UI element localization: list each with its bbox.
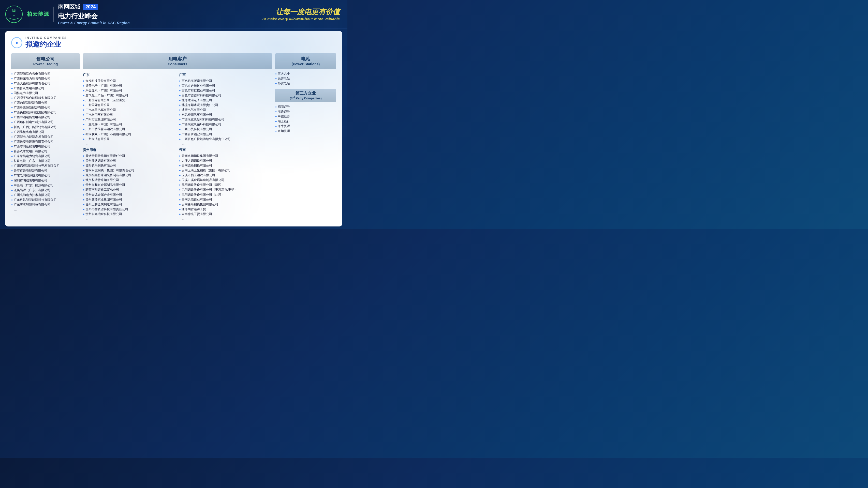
list-item: 云南穆光工贸有限公司 xyxy=(179,212,272,216)
svg-text:Y: Y xyxy=(13,14,15,18)
list-item: 云南永钢钢铁集团有限公司 xyxy=(179,153,272,158)
list-item: 广西瑞亿新电气科技有限公司 xyxy=(11,120,80,125)
list-item: 首钢水城钢铁（集团）有限责任公司 xyxy=(83,168,176,173)
list-item: 广西灏宇综合能源服务有限公司 xyxy=(11,95,80,100)
list-item: 广西埃索凯新材料科技有限公司 xyxy=(179,117,272,122)
col-stations: 电站 (Power Stations) 五大六小民营电站外资电站 第三方企业 (… xyxy=(275,53,336,133)
list-item: 海通证券 xyxy=(275,109,336,114)
header-subtitle-en: Power & Energy Summit in CSG Region xyxy=(58,21,130,25)
list-item: 广西春凯源新能源有限公司 xyxy=(11,105,80,110)
header-subtitle-cn: 电力行业峰会 xyxy=(58,12,130,21)
list-item: 广西华网达能售电有限公司 xyxy=(11,144,80,149)
header-year-badge: 2024 xyxy=(83,4,98,10)
list-item: 大理大钢钢铁有限公司 xyxy=(179,158,272,163)
section-icon: ● xyxy=(11,37,22,48)
list-item: 贵州岑祥资源科技有限责任公司 xyxy=(83,207,176,212)
list-item: 贵州金龙金属合金有限公司 xyxy=(83,192,176,197)
col-trading: 售电公司 Power Trading 广西能源联合售电有限公司广西桂东电力销售有… xyxy=(11,53,80,212)
list-item: 乐金显示（广州）有限公司 xyxy=(83,88,176,93)
section-label-en: INVITING COMPANIES xyxy=(25,36,67,40)
header-region: 南网区域 xyxy=(58,3,81,11)
list-item: 广西百色广投银海铝业有限责任公司 xyxy=(179,136,272,141)
list-item: 贵州三和金属制造有限公司 xyxy=(83,202,176,207)
list-item: 广西能源联合售电有限公司 xyxy=(11,71,80,76)
consumers-col-left: 广东 金发科技股份有限公司捷普电子（广州）有限公司乐金显示（广州）有限公司空气化… xyxy=(83,71,176,221)
consumers-inner: 广东 金发科技股份有限公司捷普电子（广州）有限公司乐金显示（广州）有限公司空气化… xyxy=(83,71,272,221)
stations-header-en: (Power Stations) xyxy=(277,62,334,66)
list-item: 新会双水发电厂有限公司 xyxy=(11,149,80,154)
third-party-header-en: (3rd Party Companies) xyxy=(277,96,335,100)
list-item: 贵州闻达钢铁有限公司 xyxy=(83,158,176,163)
trading-header-en: Power Trading xyxy=(13,62,78,66)
header-slogan-cn: 让每一度电更有价值 xyxy=(262,7,340,17)
header-divider xyxy=(53,7,54,22)
main-card: ● INVITING COMPANIES 拟邀约企业 售电公司 Power Tr… xyxy=(5,31,342,226)
list-item: 广汽本田汽车有限公司 xyxy=(83,107,176,112)
list-item: 昆明钢铁股份有限公司（玉溪新兴/玉钢） xyxy=(179,187,272,192)
list-item: 云南天高镍业有限公司 xyxy=(179,197,272,202)
list-item: ... xyxy=(83,217,176,221)
list-item: 新奥（广西）能源销售有限公司 xyxy=(11,125,80,129)
list-item: ... xyxy=(83,141,176,146)
list-item: 北流海螺水泥有限责任公司 xyxy=(179,102,272,107)
region-yunnan: 云南 xyxy=(179,148,272,152)
consumers-col-header: 用电客户 Consumers xyxy=(83,53,272,69)
header-left: B Y 柏云能源 南网区域 2024 电力行业峰会 Power & Energy… xyxy=(5,3,130,25)
list-item: 玉溪汇溪金属铸造制品有限公司 xyxy=(179,178,272,183)
list-item: 广州宝洁有限公司 xyxy=(83,136,176,141)
trading-header-cn: 售电公司 xyxy=(13,56,78,62)
list-item: 广西央控能源科技集团有限公司 xyxy=(11,110,80,115)
list-item: 泛美能源（广东）有限公司 xyxy=(11,188,80,192)
guizhou-list: 首钢贵阳特殊钢有限责任公司贵州闻达钢铁有限公司贵阳长乐钢铁有限公司首钢水城钢铁（… xyxy=(83,153,176,221)
list-item: 云浮市云电能源有限公司 xyxy=(11,168,80,173)
list-item: 百色市必晟矿业有限公司 xyxy=(179,83,272,88)
list-item: 广西新电力能源发展有限公司 xyxy=(11,134,80,139)
stations-col-header: 电站 (Power Stations) xyxy=(275,53,336,69)
list-item: 日立电梯（中国）有限公司 xyxy=(83,122,176,127)
list-item: 广西巴莫科技有限公司 xyxy=(179,127,272,132)
list-item: 广东奕实智慧科技有限公司 xyxy=(11,202,80,207)
list-item: 广西大任能源有限责任公司 xyxy=(11,81,80,86)
svg-text:B: B xyxy=(12,8,16,13)
guangxi-list: 百色皓海碳素有限公司百色市必晟矿业有限公司百色市彩虹铝业有限公司百色市德德材料科… xyxy=(179,78,272,146)
list-item: 五大六小 xyxy=(275,71,336,76)
list-item: 广西埃索凯循环科技有限公司 xyxy=(179,122,272,127)
list-item: 东风柳州汽车有限公司 xyxy=(179,112,272,117)
list-item: 空气化工产品（广州）有限公司 xyxy=(83,93,176,98)
list-item: 广东肇能电力销售有限公司 xyxy=(11,154,80,159)
list-item: 广西普沃售电有限公司 xyxy=(11,86,80,91)
consumers-header-cn: 用电客户 xyxy=(85,56,270,62)
list-item: 黔西南州聚鑫工贸总公司 xyxy=(83,187,176,192)
list-item: 广西送变电建设有限责任公司 xyxy=(11,139,80,144)
list-item: 外资电站 xyxy=(275,81,336,86)
logo-text: 柏云能源 xyxy=(27,11,49,18)
list-item: 北海建淮电子有限公司 xyxy=(179,98,272,102)
header: B Y 柏云能源 南网区域 2024 电力行业峰会 Power & Energy… xyxy=(0,0,347,29)
list-item: 民营电站 xyxy=(275,76,336,81)
list-item: 百色市德德材料科技有限公司 xyxy=(179,93,272,98)
list-item: 百色市彩虹铝业有限公司 xyxy=(179,88,272,93)
header-title-top: 南网区域 2024 xyxy=(58,3,130,11)
list-item: 云南曲靖钢铁集团有限公司 xyxy=(179,202,272,207)
header-title-block: 南网区域 2024 电力行业峰会 Power & Energy Summit i… xyxy=(58,3,130,25)
third-party-header-cn: 第三方企业 xyxy=(277,91,335,96)
list-item: ... xyxy=(11,207,80,212)
consumers-col-right: 广西 百色皓海碳素有限公司百色市必晟矿业有限公司百色市彩虹铝业有限公司百色市德德… xyxy=(179,71,272,221)
list-item: 玉溪市福玉钢铁有限公司 xyxy=(179,173,272,178)
list-item: 广州市番禺裕丰钢铁有限公司 xyxy=(83,127,176,132)
list-item: 深圳市明成售电有限公司 xyxy=(11,178,80,183)
list-item: 贵州麒臻实业集团有限公司 xyxy=(83,197,176,202)
third-party-list: 招商证券海通证券中信证券瑞士银行海牛资源永钢资源 xyxy=(275,104,336,133)
list-item: 中嘉能（广东）能源有限公司 xyxy=(11,183,80,188)
list-item: 贵州永鑫冶金科技有限公司 xyxy=(83,212,176,216)
columns-wrapper: 售电公司 Power Trading 广西能源联合售电有限公司广西桂东电力销售有… xyxy=(11,53,336,221)
stations-list: 五大六小民营电站外资电站 xyxy=(275,71,336,86)
trading-col-header: 售电公司 Power Trading xyxy=(11,53,80,69)
list-item: 云南玉溪玉昆钢铁（集团）有限公司 xyxy=(179,168,272,173)
region-guangxi: 广西 xyxy=(179,73,272,77)
list-item: 百色皓海碳素有限公司 xyxy=(179,78,272,83)
list-item: 广汽乘用车有限公司 xyxy=(83,112,176,117)
list-item: 瑞士银行 xyxy=(275,119,336,124)
list-item: 永钢资源 xyxy=(275,129,336,133)
logo: B Y xyxy=(5,5,23,23)
